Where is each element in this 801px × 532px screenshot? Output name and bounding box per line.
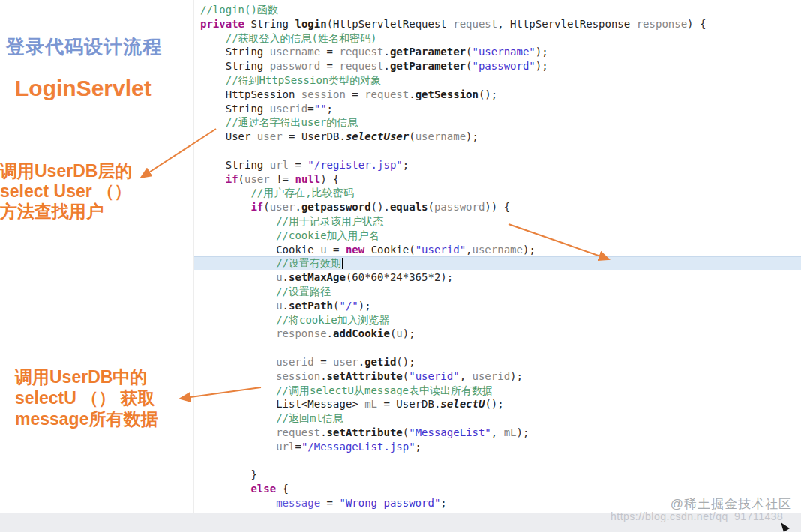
annotation-select-user: 调用UserDB层的 select User （） 方法查找用户 [0, 161, 132, 222]
code-line[interactable]: } [194, 468, 801, 482]
code-line[interactable] [194, 144, 801, 158]
code-line[interactable]: u.setPath("/"); [194, 299, 801, 313]
code-line[interactable]: //通过名字得出user的信息 [194, 115, 801, 130]
code-line[interactable]: url="/MessageList.jsp"; [194, 440, 801, 454]
code-line[interactable]: //设置路径 [194, 285, 801, 299]
code-line[interactable]: //login()函数 [194, 3, 801, 17]
code-line[interactable]: List<Message> mL = UserDB.selectU(); [194, 397, 801, 411]
code-line[interactable]: //用于记录该用户状态 [194, 214, 801, 229]
code-line[interactable]: Cookie u = new Cookie("userid",username)… [194, 243, 801, 257]
watermark-url: https://blog.csdn.net/qq_91711438 [610, 510, 783, 522]
code-line[interactable]: //设置有效期 [194, 256, 801, 270]
code-line[interactable]: //获取登入的信息(姓名和密码) [194, 31, 801, 46]
code-line[interactable]: userid = user.getid(); [194, 355, 801, 369]
annotation-line: 方法查找用户 [0, 202, 132, 222]
code-line[interactable]: request.setAttribute("MessageList", mL); [194, 426, 801, 440]
annotation-line: select User （） [0, 181, 132, 202]
annotation-line: message所有数据 [15, 408, 158, 429]
code-line[interactable]: String username = request.getParameter("… [194, 45, 801, 59]
code-line[interactable]: //返回ml信息 [194, 411, 801, 426]
code-line[interactable]: u.setMaxAge(60*60*24*365*2); [194, 270, 801, 285]
code-line[interactable]: String userid=""; [194, 102, 801, 116]
code-line[interactable] [194, 454, 801, 468]
code-line[interactable]: //得到HttpSession类型的对象 [194, 73, 801, 88]
code-line[interactable]: //用户存在,比较密码 [194, 186, 801, 200]
annotation-line: 调用UserDB层的 [0, 161, 132, 181]
slide-title: 登录代码设计流程 [6, 34, 162, 59]
code-line[interactable]: //将cookie加入浏览器 [194, 313, 801, 327]
code-line[interactable] [194, 341, 801, 355]
code-editor[interactable]: //login()函数private String login(HttpServ… [194, 0, 801, 516]
code-line[interactable]: session.setAttribute("userid", userid); [194, 369, 801, 384]
code-line[interactable]: //调用selectU从message表中读出所有数据 [194, 384, 801, 398]
code-line[interactable]: //cookie加入用户名 [194, 229, 801, 243]
code-line[interactable]: else { [194, 482, 801, 496]
code-line[interactable]: HttpSession session = request.getSession… [194, 88, 801, 102]
servlet-title: LoginServlet [15, 76, 152, 101]
code-line[interactable]: if(user != null) { [194, 172, 801, 187]
code-line[interactable]: response.addCookie(u); [194, 327, 801, 341]
annotation-line: selectU （） 获取 [15, 387, 158, 408]
code-line[interactable]: String url = "/register.jsp"; [194, 158, 801, 172]
code-line[interactable]: private String login(HttpServletRequest … [194, 17, 801, 31]
annotation-select-u: 调用UserDB中的 selectU （） 获取 message所有数据 [15, 366, 158, 429]
code-line[interactable]: User user = UserDB.selectUser(username); [194, 130, 801, 144]
annotation-line: 调用UserDB中的 [15, 366, 158, 387]
code-line[interactable]: if(user.getpassword().equals(password)) … [194, 200, 801, 214]
code-line[interactable]: String password = request.getParameter("… [194, 59, 801, 73]
text-cursor [342, 258, 344, 269]
